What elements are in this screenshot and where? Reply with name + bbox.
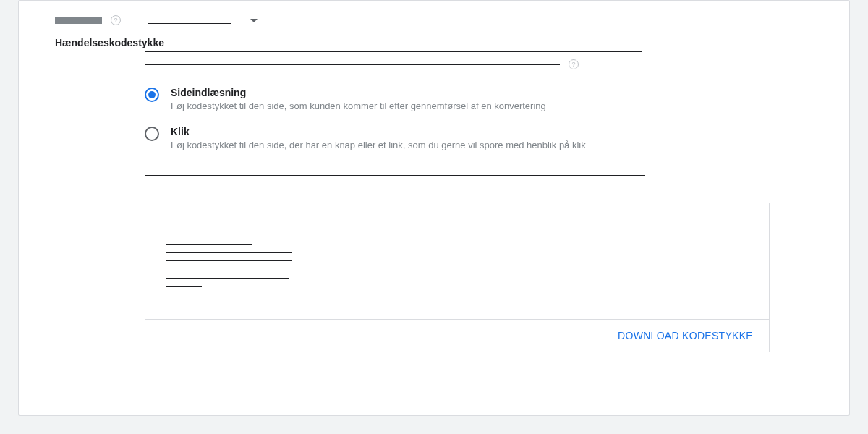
event-snippet-title: Hændelseskodestykke — [55, 37, 770, 48]
help-icon[interactable]: ? — [569, 59, 579, 69]
radio-indicator — [145, 88, 159, 102]
chevron-down-icon — [250, 19, 258, 22]
intro-text-redacted — [145, 64, 560, 65]
intro-text-redacted — [145, 51, 642, 52]
settings-card: ? Hændelseskodestykke ? Sideindlæsning F… — [18, 0, 850, 416]
radio-option-page-load[interactable]: Sideindlæsning Føj kodestykket til den s… — [145, 87, 770, 113]
code-footer: Download kodestykke — [145, 319, 769, 352]
download-snippet-button[interactable]: Download kodestykke — [618, 330, 753, 341]
dropdown-selected-redacted — [148, 17, 231, 24]
radio-label: Sideindlæsning — [171, 87, 546, 98]
radio-label: Klik — [171, 126, 586, 137]
field-label-redacted — [55, 17, 102, 24]
radio-option-click[interactable]: Klik Føj kodestykket til den side, der h… — [145, 126, 770, 152]
help-icon[interactable]: ? — [111, 15, 121, 25]
code-snippet-box: Download kodestykke — [145, 203, 770, 352]
snippet-type-radio-group: Sideindlæsning Føj kodestykket til den s… — [145, 87, 770, 151]
event-snippet-content: ? Sideindlæsning Føj kodestykket til den… — [145, 51, 770, 352]
code-body-redacted — [145, 203, 769, 319]
value-dropdown[interactable] — [148, 17, 258, 24]
top-field-row: ? — [55, 15, 770, 25]
radio-description: Føj kodestykket til den side, som kunden… — [171, 100, 546, 113]
radio-indicator — [145, 127, 159, 141]
radio-description: Føj kodestykket til den side, der har en… — [171, 139, 586, 152]
paragraph-redacted — [145, 169, 770, 182]
